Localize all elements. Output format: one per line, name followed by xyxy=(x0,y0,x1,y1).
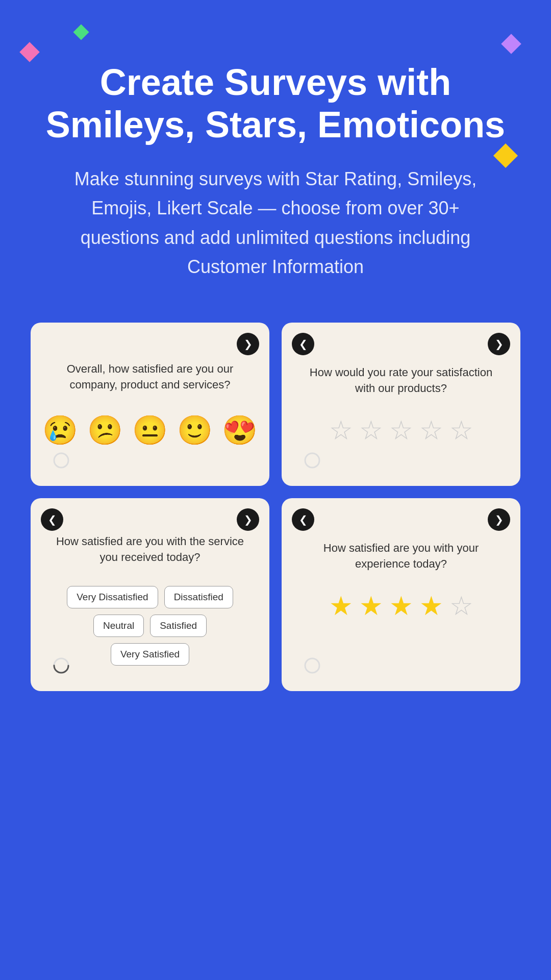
emoji-satisfied[interactable]: 🙂 xyxy=(177,413,213,447)
card-stars-empty: ❮ ❯ How would you rate your satisfaction… xyxy=(282,323,520,486)
card-stars-empty-prev-button[interactable]: ❮ xyxy=(292,333,314,355)
likert-very-satisfied[interactable]: Very Satisfied xyxy=(111,643,189,666)
star-filled-4[interactable]: ★ xyxy=(419,593,443,619)
emoji-dissatisfied[interactable]: 😕 xyxy=(87,413,123,447)
star-row-empty: ☆ ☆ ☆ ☆ ☆ xyxy=(329,417,473,444)
progress-arc-1 xyxy=(303,451,321,470)
progress-arc-3 xyxy=(303,656,321,675)
star-empty-5[interactable]: ☆ xyxy=(449,593,473,619)
likert-options-row: Very Dissatisfied Dissatisfied Neutral S… xyxy=(51,586,249,666)
card-stars-empty-question: How would you rate your satisfaction wit… xyxy=(302,365,500,397)
card-likert-prev-button[interactable]: ❮ xyxy=(41,508,63,531)
star-row-filled: ★ ★ ★ ★ ☆ xyxy=(329,593,473,619)
card-emoji: ❯ Overall, how satisfied are you our com… xyxy=(31,323,269,486)
card-stars-filled-prev-button[interactable]: ❮ xyxy=(292,508,314,531)
bottom-spacer xyxy=(31,691,520,752)
emoji-neutral[interactable]: 😐 xyxy=(132,413,168,447)
likert-neutral[interactable]: Neutral xyxy=(93,615,144,637)
likert-satisfied[interactable]: Satisfied xyxy=(150,615,207,637)
star-2[interactable]: ☆ xyxy=(359,417,383,444)
cards-grid: ❯ Overall, how satisfied are you our com… xyxy=(31,323,520,691)
svg-point-5 xyxy=(305,658,319,673)
card-likert: ❮ ❯ How satisfied are you with the servi… xyxy=(31,498,269,691)
header-section: Create Surveys with Smileys, Stars, Emot… xyxy=(31,31,520,282)
star-filled-1[interactable]: ★ xyxy=(329,593,353,619)
emoji-very-satisfied[interactable]: 😍 xyxy=(222,413,258,447)
emoji-very-dissatisfied[interactable]: 😢 xyxy=(42,413,78,447)
card-stars-filled: ❮ ❯ How satisfied are you with your expe… xyxy=(282,498,520,691)
page-wrapper: Create Surveys with Smileys, Stars, Emot… xyxy=(0,0,551,980)
star-3[interactable]: ☆ xyxy=(389,417,413,444)
card-emoji-question: Overall, how satisfied are you our compa… xyxy=(51,361,249,393)
star-filled-3[interactable]: ★ xyxy=(389,593,413,619)
card-emoji-next-button[interactable]: ❯ xyxy=(237,333,259,355)
card-stars-filled-next-button[interactable]: ❯ xyxy=(488,508,510,531)
progress-arc-2 xyxy=(52,656,70,675)
likert-dissatisfied[interactable]: Dissatisfied xyxy=(164,586,233,608)
star-5[interactable]: ☆ xyxy=(449,417,473,444)
emoji-row: 😢 😕 😐 🙂 😍 xyxy=(42,413,258,447)
page-title: Create Surveys with Smileys, Stars, Emot… xyxy=(31,61,520,146)
likert-very-dissatisfied[interactable]: Very Dissatisfied xyxy=(67,586,158,608)
star-1[interactable]: ☆ xyxy=(329,417,353,444)
card-stars-empty-next-button[interactable]: ❯ xyxy=(488,333,510,355)
star-filled-2[interactable]: ★ xyxy=(359,593,383,619)
card-stars-filled-question: How satisfied are you with your experien… xyxy=(302,541,500,572)
card-likert-next-button[interactable]: ❯ xyxy=(237,508,259,531)
card-likert-question: How satisfied are you with the service y… xyxy=(51,534,249,566)
card-stars-filled-content: How satisfied are you with your experien… xyxy=(282,498,520,651)
svg-point-1 xyxy=(305,453,319,468)
page-subtitle: Make stunning surveys with Star Rating, … xyxy=(66,164,485,282)
progress-arc-0 xyxy=(52,451,70,470)
star-4[interactable]: ☆ xyxy=(419,417,443,444)
svg-point-0 xyxy=(54,453,68,468)
